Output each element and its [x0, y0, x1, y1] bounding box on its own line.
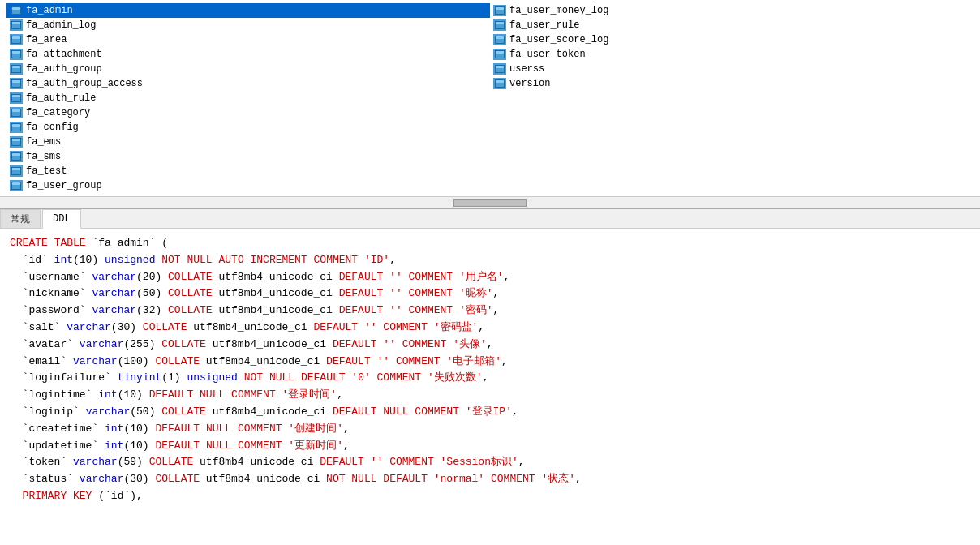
table-list: fa_admin fa_admin_log fa_area fa_attachm… — [0, 0, 980, 196]
table-icon — [493, 78, 506, 89]
table-name: fa_user_money_log — [509, 5, 608, 16]
table-item-fa-auth-rule[interactable]: fa_auth_rule — [6, 91, 490, 105]
horizontal-scrollbar[interactable] — [0, 196, 980, 208]
bottom-panel: 常规 DDL CREATE TABLE `fa_admin` ( `id` in… — [0, 209, 980, 545]
table-icon — [493, 5, 506, 16]
table-icon — [10, 165, 23, 177]
table-item-fa-user-money-log[interactable]: fa_user_money_log — [490, 3, 974, 18]
table-icon — [10, 107, 23, 118]
table-name: fa_ems — [26, 136, 61, 148]
table-icon — [493, 49, 506, 60]
table-icon — [10, 151, 23, 162]
table-item-fa-test[interactable]: fa_test — [6, 164, 490, 178]
table-item-fa-config[interactable]: fa_config — [6, 120, 490, 135]
tab-ddl[interactable]: DDL — [42, 209, 81, 229]
table-name: fa_admin_log — [26, 19, 96, 31]
table-name: fa_sms — [26, 151, 61, 162]
table-name: fa_auth_group — [26, 63, 102, 75]
table-name: fa_user_score_log — [509, 34, 608, 45]
table-item-userss[interactable]: userss — [490, 62, 974, 76]
table-item-fa-auth-group-access[interactable]: fa_auth_group_access — [6, 76, 490, 91]
table-item-fa-user-group[interactable]: fa_user_group — [6, 178, 490, 193]
table-item-version[interactable]: version — [490, 76, 974, 91]
table-column-2: fa_user_money_log fa_user_rule fa_user_s… — [490, 3, 974, 193]
table-name: fa_auth_rule — [26, 92, 96, 104]
table-item-fa-category[interactable]: fa_category — [6, 105, 490, 120]
table-icon — [10, 180, 23, 191]
table-item-fa-area[interactable]: fa_area — [6, 32, 490, 47]
table-item-fa-user-score-log[interactable]: fa_user_score_log — [490, 32, 974, 47]
table-icon — [10, 19, 23, 31]
table-icon — [10, 136, 23, 148]
table-name: fa_category — [26, 107, 90, 118]
tab-ddl-label: DDL — [53, 213, 71, 225]
table-item-fa-admin-log[interactable]: fa_admin_log — [6, 18, 490, 32]
table-icon — [493, 19, 506, 31]
table-icon — [10, 5, 23, 16]
tab-normal[interactable]: 常规 — [0, 209, 41, 228]
table-icon — [10, 63, 23, 75]
table-name: fa_user_group — [26, 180, 102, 191]
table-name: userss — [509, 63, 544, 75]
table-name: fa_admin — [26, 5, 73, 16]
table-item-fa-user-token[interactable]: fa_user_token — [490, 47, 974, 62]
table-icon — [493, 63, 506, 75]
table-name: fa_attachment — [26, 49, 102, 60]
table-item-fa-admin[interactable]: fa_admin — [6, 3, 490, 18]
table-name: fa_test — [26, 165, 67, 177]
ddl-content[interactable]: CREATE TABLE `fa_admin` ( `id` int(10) u… — [0, 229, 980, 545]
table-name: fa_user_rule — [509, 19, 579, 31]
table-name: fa_user_token — [509, 49, 586, 60]
table-column-1: fa_admin fa_admin_log fa_area fa_attachm… — [6, 3, 490, 193]
table-item-fa-attachment[interactable]: fa_attachment — [6, 47, 490, 62]
table-icon — [10, 122, 23, 133]
table-icon — [10, 34, 23, 45]
scroll-thumb[interactable] — [453, 199, 527, 207]
table-item-fa-ems[interactable]: fa_ems — [6, 135, 490, 149]
top-panel: fa_admin fa_admin_log fa_area fa_attachm… — [0, 0, 980, 209]
main-container: fa_admin fa_admin_log fa_area fa_attachm… — [0, 0, 980, 545]
table-name: fa_area — [26, 34, 67, 45]
table-icon — [493, 34, 506, 45]
table-name: fa_auth_group_access — [26, 78, 143, 89]
tab-bar: 常规 DDL — [0, 209, 980, 229]
table-item-fa-auth-group[interactable]: fa_auth_group — [6, 62, 490, 76]
table-icon — [10, 92, 23, 104]
table-item-fa-sms[interactable]: fa_sms — [6, 149, 490, 164]
table-icon — [10, 78, 23, 89]
table-name: version — [509, 78, 550, 89]
table-name: fa_config — [26, 122, 79, 133]
table-icon — [10, 49, 23, 60]
table-item-fa-user-rule[interactable]: fa_user_rule — [490, 18, 974, 32]
tab-normal-label: 常规 — [11, 212, 30, 226]
